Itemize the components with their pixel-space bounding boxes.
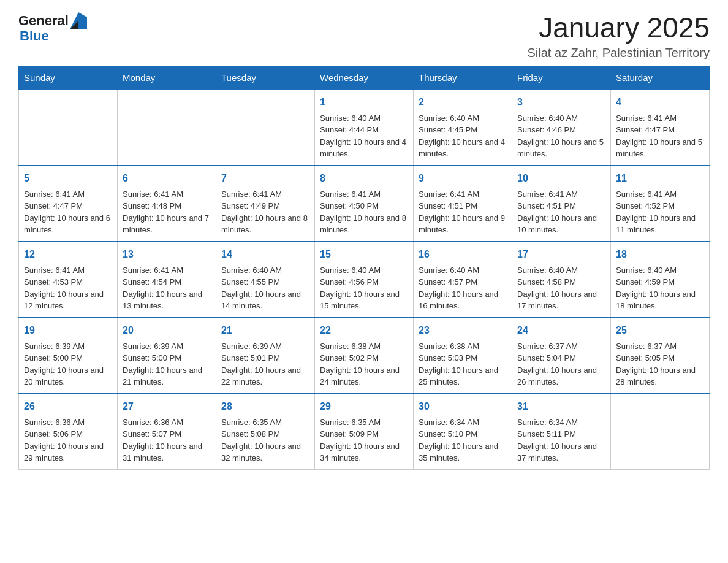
day-number: 30 <box>419 399 507 414</box>
day-info: Sunrise: 6:41 AM Sunset: 4:51 PM Dayligh… <box>419 188 507 236</box>
calendar-cell: 23Sunrise: 6:38 AM Sunset: 5:03 PM Dayli… <box>414 318 512 394</box>
logo-text-blue: Blue <box>20 29 87 43</box>
logo-text-general: General <box>18 14 69 28</box>
calendar-cell <box>118 90 216 166</box>
calendar-cell: 3Sunrise: 6:40 AM Sunset: 4:46 PM Daylig… <box>512 90 611 166</box>
day-number: 22 <box>320 323 408 338</box>
day-number: 9 <box>419 171 507 186</box>
day-number: 3 <box>517 95 605 110</box>
calendar-cell: 15Sunrise: 6:40 AM Sunset: 4:56 PM Dayli… <box>315 242 414 318</box>
calendar-cell: 9Sunrise: 6:41 AM Sunset: 4:51 PM Daylig… <box>414 166 512 242</box>
calendar-cell: 31Sunrise: 6:34 AM Sunset: 5:11 PM Dayli… <box>512 394 611 470</box>
day-number: 31 <box>517 399 605 414</box>
calendar-week-row: 26Sunrise: 6:36 AM Sunset: 5:06 PM Dayli… <box>19 394 710 470</box>
month-title: January 2025 <box>527 12 710 44</box>
calendar-week-row: 5Sunrise: 6:41 AM Sunset: 4:47 PM Daylig… <box>19 166 710 242</box>
day-number: 17 <box>517 247 605 262</box>
day-info: Sunrise: 6:39 AM Sunset: 5:00 PM Dayligh… <box>123 340 211 388</box>
day-info: Sunrise: 6:40 AM Sunset: 4:46 PM Dayligh… <box>517 112 605 160</box>
day-info: Sunrise: 6:40 AM Sunset: 4:57 PM Dayligh… <box>419 264 507 312</box>
calendar-cell: 26Sunrise: 6:36 AM Sunset: 5:06 PM Dayli… <box>19 394 118 470</box>
day-info: Sunrise: 6:38 AM Sunset: 5:02 PM Dayligh… <box>320 340 408 388</box>
day-number: 25 <box>616 323 704 338</box>
day-info: Sunrise: 6:36 AM Sunset: 5:07 PM Dayligh… <box>123 416 211 464</box>
calendar-cell: 21Sunrise: 6:39 AM Sunset: 5:01 PM Dayli… <box>216 318 315 394</box>
calendar-cell: 22Sunrise: 6:38 AM Sunset: 5:02 PM Dayli… <box>315 318 414 394</box>
day-number: 2 <box>419 95 507 110</box>
day-number: 24 <box>517 323 605 338</box>
calendar-day-header: Friday <box>512 66 611 90</box>
day-number: 28 <box>221 399 309 414</box>
logo-icon <box>70 12 87 29</box>
day-info: Sunrise: 6:40 AM Sunset: 4:58 PM Dayligh… <box>517 264 605 312</box>
calendar-cell: 27Sunrise: 6:36 AM Sunset: 5:07 PM Dayli… <box>118 394 216 470</box>
calendar-day-header: Sunday <box>19 66 118 90</box>
day-number: 19 <box>24 323 112 338</box>
day-number: 23 <box>419 323 507 338</box>
day-info: Sunrise: 6:36 AM Sunset: 5:06 PM Dayligh… <box>24 416 112 464</box>
day-info: Sunrise: 6:41 AM Sunset: 4:49 PM Dayligh… <box>221 188 309 236</box>
day-number: 27 <box>123 399 211 414</box>
day-info: Sunrise: 6:37 AM Sunset: 5:05 PM Dayligh… <box>616 340 704 388</box>
calendar-cell: 29Sunrise: 6:35 AM Sunset: 5:09 PM Dayli… <box>315 394 414 470</box>
calendar-day-header: Thursday <box>414 66 512 90</box>
day-info: Sunrise: 6:35 AM Sunset: 5:08 PM Dayligh… <box>221 416 309 464</box>
calendar-cell: 14Sunrise: 6:40 AM Sunset: 4:55 PM Dayli… <box>216 242 315 318</box>
day-info: Sunrise: 6:41 AM Sunset: 4:47 PM Dayligh… <box>24 188 112 236</box>
calendar-week-row: 1Sunrise: 6:40 AM Sunset: 4:44 PM Daylig… <box>19 90 710 166</box>
calendar-cell: 10Sunrise: 6:41 AM Sunset: 4:51 PM Dayli… <box>512 166 611 242</box>
calendar-cell: 19Sunrise: 6:39 AM Sunset: 5:00 PM Dayli… <box>19 318 118 394</box>
day-number: 7 <box>221 171 309 186</box>
day-info: Sunrise: 6:40 AM Sunset: 4:44 PM Dayligh… <box>320 112 408 160</box>
calendar-cell: 7Sunrise: 6:41 AM Sunset: 4:49 PM Daylig… <box>216 166 315 242</box>
day-info: Sunrise: 6:41 AM Sunset: 4:50 PM Dayligh… <box>320 188 408 236</box>
day-number: 15 <box>320 247 408 262</box>
day-number: 1 <box>320 95 408 110</box>
day-info: Sunrise: 6:40 AM Sunset: 4:59 PM Dayligh… <box>616 264 704 312</box>
day-info: Sunrise: 6:38 AM Sunset: 5:03 PM Dayligh… <box>419 340 507 388</box>
day-number: 16 <box>419 247 507 262</box>
calendar-cell: 25Sunrise: 6:37 AM Sunset: 5:05 PM Dayli… <box>611 318 710 394</box>
calendar-cell: 17Sunrise: 6:40 AM Sunset: 4:58 PM Dayli… <box>512 242 611 318</box>
day-number: 11 <box>616 171 704 186</box>
calendar-day-header: Monday <box>118 66 216 90</box>
calendar-cell: 20Sunrise: 6:39 AM Sunset: 5:00 PM Dayli… <box>118 318 216 394</box>
calendar-day-header: Wednesday <box>315 66 414 90</box>
day-info: Sunrise: 6:40 AM Sunset: 4:56 PM Dayligh… <box>320 264 408 312</box>
day-number: 10 <box>517 171 605 186</box>
day-info: Sunrise: 6:40 AM Sunset: 4:55 PM Dayligh… <box>221 264 309 312</box>
day-info: Sunrise: 6:34 AM Sunset: 5:11 PM Dayligh… <box>517 416 605 464</box>
calendar-cell <box>611 394 710 470</box>
location-subtitle: Silat az Zahr, Palestinian Territory <box>527 46 710 60</box>
calendar-cell <box>19 90 118 166</box>
day-number: 29 <box>320 399 408 414</box>
day-info: Sunrise: 6:41 AM Sunset: 4:54 PM Dayligh… <box>123 264 211 312</box>
calendar-cell: 6Sunrise: 6:41 AM Sunset: 4:48 PM Daylig… <box>118 166 216 242</box>
calendar-cell: 28Sunrise: 6:35 AM Sunset: 5:08 PM Dayli… <box>216 394 315 470</box>
day-number: 5 <box>24 171 112 186</box>
day-number: 26 <box>24 399 112 414</box>
calendar-cell: 12Sunrise: 6:41 AM Sunset: 4:53 PM Dayli… <box>19 242 118 318</box>
day-info: Sunrise: 6:40 AM Sunset: 4:45 PM Dayligh… <box>419 112 507 160</box>
day-info: Sunrise: 6:39 AM Sunset: 5:00 PM Dayligh… <box>24 340 112 388</box>
day-number: 18 <box>616 247 704 262</box>
day-info: Sunrise: 6:41 AM Sunset: 4:53 PM Dayligh… <box>24 264 112 312</box>
calendar-cell: 8Sunrise: 6:41 AM Sunset: 4:50 PM Daylig… <box>315 166 414 242</box>
title-section: January 2025 Silat az Zahr, Palestinian … <box>527 12 710 60</box>
calendar-week-row: 12Sunrise: 6:41 AM Sunset: 4:53 PM Dayli… <box>19 242 710 318</box>
day-info: Sunrise: 6:41 AM Sunset: 4:48 PM Dayligh… <box>123 188 211 236</box>
calendar-cell: 30Sunrise: 6:34 AM Sunset: 5:10 PM Dayli… <box>414 394 512 470</box>
day-number: 6 <box>123 171 211 186</box>
logo: General Blue <box>18 12 87 43</box>
calendar-cell: 13Sunrise: 6:41 AM Sunset: 4:54 PM Dayli… <box>118 242 216 318</box>
day-info: Sunrise: 6:41 AM Sunset: 4:51 PM Dayligh… <box>517 188 605 236</box>
calendar-day-header: Tuesday <box>216 66 315 90</box>
day-number: 13 <box>123 247 211 262</box>
calendar-header-row: SundayMondayTuesdayWednesdayThursdayFrid… <box>19 66 710 90</box>
day-info: Sunrise: 6:41 AM Sunset: 4:52 PM Dayligh… <box>616 188 704 236</box>
day-info: Sunrise: 6:37 AM Sunset: 5:04 PM Dayligh… <box>517 340 605 388</box>
calendar-cell: 11Sunrise: 6:41 AM Sunset: 4:52 PM Dayli… <box>611 166 710 242</box>
day-info: Sunrise: 6:34 AM Sunset: 5:10 PM Dayligh… <box>419 416 507 464</box>
day-number: 4 <box>616 95 704 110</box>
day-info: Sunrise: 6:35 AM Sunset: 5:09 PM Dayligh… <box>320 416 408 464</box>
